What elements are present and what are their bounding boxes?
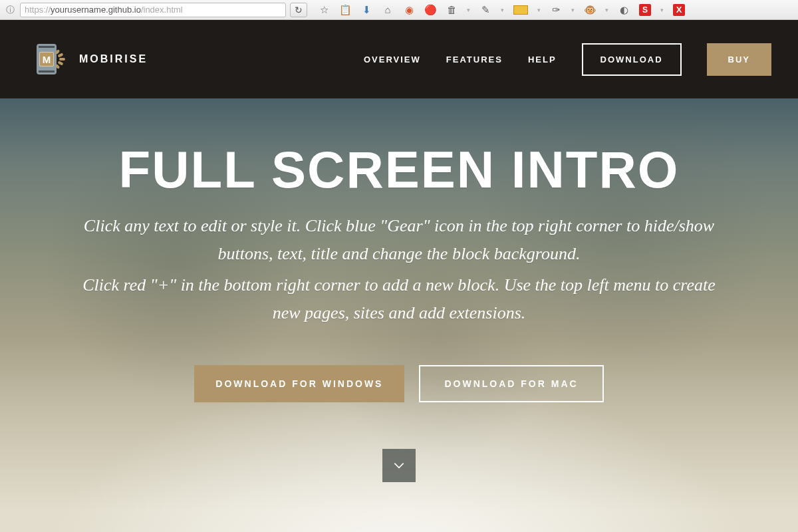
browser-toolbar: ⓘ https://yourusername.github.io/index.h…: [0, 0, 798, 20]
dropdown-caret-icon[interactable]: ▾: [467, 7, 470, 13]
nav-features[interactable]: FEATURES: [446, 55, 503, 65]
main-nav: OVERVIEW FEATURES HELP DOWNLOAD BUY: [364, 43, 771, 76]
dropdown-caret-icon[interactable]: ▾: [537, 7, 541, 13]
url-scheme: https://: [25, 5, 51, 15]
site-info-icon[interactable]: ⓘ: [4, 4, 16, 16]
brand-name: MOBIRISE: [79, 53, 148, 65]
chevron-down-icon: [392, 459, 406, 472]
home-icon[interactable]: ⌂: [382, 4, 394, 16]
scroll-down-button[interactable]: [382, 449, 416, 482]
eyedropper-icon[interactable]: ✑: [550, 4, 562, 16]
url-bar[interactable]: https://yourusername.github.io/index.htm…: [20, 3, 286, 17]
dropdown-caret-icon[interactable]: ▾: [571, 7, 575, 13]
download-windows-button[interactable]: DOWNLOAD FOR WINDOWS: [194, 365, 404, 402]
trash-icon[interactable]: 🗑: [446, 4, 458, 16]
reload-button[interactable]: ↻: [290, 3, 307, 17]
clipboard-icon[interactable]: 📋: [339, 4, 351, 16]
stylish-icon[interactable]: S: [639, 4, 651, 16]
dropdown-caret-icon[interactable]: ▾: [501, 7, 504, 13]
download-button[interactable]: DOWNLOAD: [582, 43, 682, 76]
buy-button[interactable]: BUY: [707, 43, 771, 76]
logo-mark: M: [37, 44, 67, 74]
browser-extension-bar: ☆ 📋 ⬇ ⌂ ◉ 🔴 🗑 ▾ ✎ ▾ ▾ ✑ ▾ 🐵 ▾ ◐ S ▾ X: [311, 4, 794, 16]
hero-section: FULL SCREEN INTRO Click any text to edit…: [0, 98, 798, 532]
nav-overview[interactable]: OVERVIEW: [364, 55, 421, 65]
hero-subtitle-1[interactable]: Click any text to edit or style it. Clic…: [80, 212, 718, 267]
hero-title[interactable]: FULL SCREEN INTRO: [119, 140, 680, 200]
dropdown-caret-icon[interactable]: ▾: [605, 7, 608, 13]
ruler-icon[interactable]: [513, 5, 528, 15]
brush-icon[interactable]: ✎: [479, 4, 491, 16]
star-icon[interactable]: ☆: [318, 4, 330, 16]
colors-icon[interactable]: 🔴: [424, 4, 436, 16]
url-path: /index.html: [141, 5, 183, 15]
mask-icon[interactable]: ◐: [618, 4, 630, 16]
logo[interactable]: M MOBIRISE: [37, 44, 148, 74]
download-mac-button[interactable]: DOWNLOAD FOR MAC: [419, 365, 603, 402]
hero-buttons: DOWNLOAD FOR WINDOWS DOWNLOAD FOR MAC: [194, 365, 603, 402]
nav-help[interactable]: HELP: [528, 55, 557, 65]
duckduckgo-icon[interactable]: ◉: [403, 4, 415, 16]
hero-subtitle-2[interactable]: Click red "+" in the bottom right corner…: [80, 271, 718, 327]
url-host: yourusername.github.io: [51, 5, 141, 15]
close-extension-icon[interactable]: X: [673, 4, 685, 16]
download-arrow-icon[interactable]: ⬇: [360, 4, 372, 16]
site-header: M MOBIRISE OVERVIEW FEATURES HELP DOWNLO…: [0, 20, 798, 98]
dropdown-caret-icon[interactable]: ▾: [660, 7, 664, 13]
greasemonkey-icon[interactable]: 🐵: [584, 4, 596, 16]
